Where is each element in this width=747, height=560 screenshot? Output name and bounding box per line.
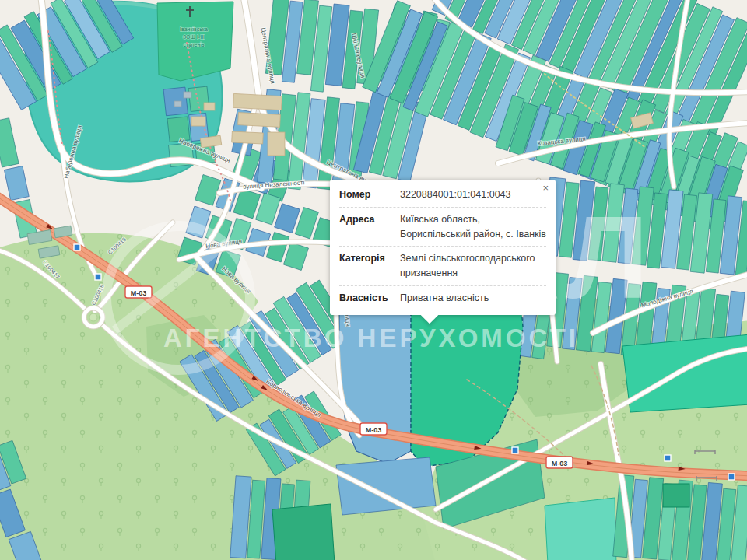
svg-text:ЗОШ І-ІІІ: ЗОШ І-ІІІ: [183, 34, 205, 40]
svg-text:М-03: М-03: [552, 460, 568, 467]
svg-text:М-03: М-03: [366, 426, 382, 434]
popup-value: Землі сільськогосподарського призначення: [400, 251, 546, 281]
popup-value: Приватна власність: [400, 291, 546, 306]
svg-text:М-03: М-03: [131, 289, 147, 297]
cadastral-map-app: Іванківська ЗОШ І-ІІІ ступенів: [0, 0, 747, 560]
popup-label: Власність: [339, 291, 400, 306]
popup-value: Київська область, Бориспільський район, …: [400, 212, 546, 242]
popup-value: 3220884001:01:041:0043: [400, 187, 546, 202]
school-label: Іванківська: [180, 26, 208, 32]
popup-row-category: Категорія Землі сільськогосподарського п…: [339, 247, 546, 286]
popup-row-number: Номер 3220884001:01:041:0043: [339, 183, 546, 208]
popup-row-ownership: Власність Приватна власність: [339, 286, 546, 310]
school-grounds: Іванківська ЗОШ І-ІІІ ступенів: [157, 2, 233, 81]
popup-row-address: Адреса Київська область, Бориспільський …: [339, 208, 546, 247]
popup-label: Категорія: [339, 251, 400, 281]
parcel-info-popup: × Номер 3220884001:01:041:0043 Адреса Ки…: [330, 180, 556, 315]
popup-label: Адреса: [339, 212, 400, 242]
close-icon[interactable]: ×: [542, 183, 549, 193]
popup-label: Номер: [339, 187, 400, 202]
